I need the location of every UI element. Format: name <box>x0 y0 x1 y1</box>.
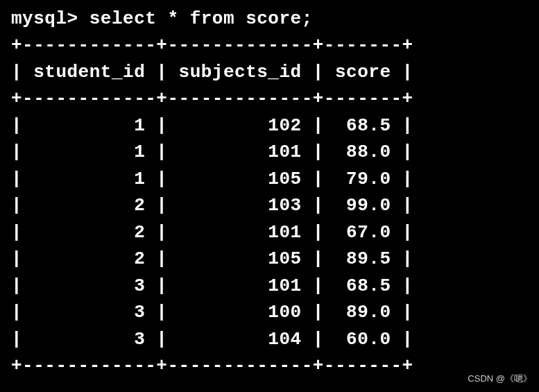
table-row: | 1 | 105 | 79.0 | <box>11 166 539 192</box>
table-row: | 2 | 101 | 67.0 | <box>11 219 539 246</box>
sql-query: select * from score; <box>89 8 313 29</box>
watermark: CSDN @《嗯》 <box>468 372 532 385</box>
mysql-prompt: mysql> <box>11 8 89 29</box>
query-line: mysql> select * from score; <box>11 6 539 32</box>
table-border-mid: +------------+-------------+-------+ <box>11 85 539 112</box>
table-row: | 2 | 105 | 89.5 | <box>11 246 539 272</box>
table-border-bottom: +------------+-------------+-------+ <box>11 352 539 379</box>
table-row: | 3 | 101 | 68.5 | <box>11 273 539 299</box>
table-row: | 1 | 101 | 88.0 | <box>11 139 539 165</box>
table-row: | 1 | 102 | 68.5 | <box>11 112 539 139</box>
table-row: | 2 | 103 | 99.0 | <box>11 192 539 219</box>
table-border-top: +------------+-------------+-------+ <box>11 32 539 58</box>
table-row: | 3 | 104 | 60.0 | <box>11 326 539 352</box>
table-header: | student_id | subjects_id | score | <box>11 59 539 85</box>
table-row: | 3 | 100 | 89.0 | <box>11 299 539 325</box>
